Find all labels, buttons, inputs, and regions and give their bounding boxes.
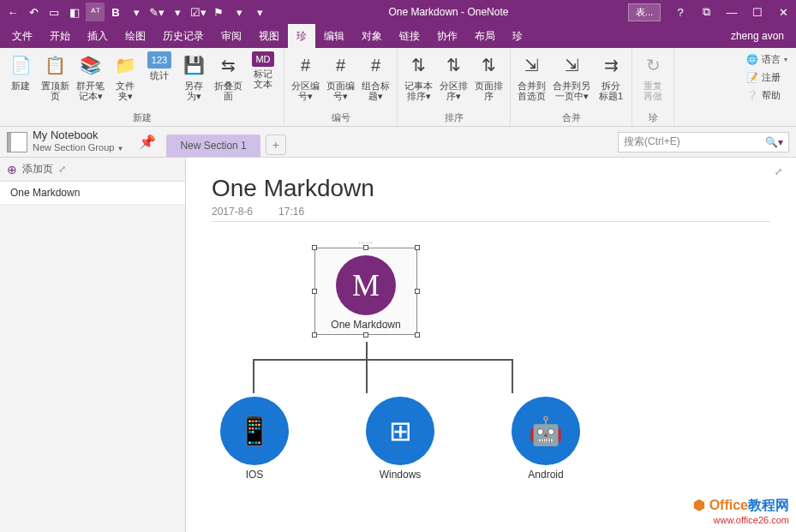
group-title-button[interactable]: #组合标 题▾ bbox=[358, 50, 393, 110]
redo-icon: ↻ bbox=[639, 51, 667, 79]
diagram-children: 📱 IOS ⊞ Windows 🤖 Android bbox=[212, 393, 589, 481]
watermark-url: www.office26.com bbox=[693, 515, 789, 525]
child-node-windows[interactable]: ⊞ Windows bbox=[357, 393, 443, 481]
ribbon-collapse-icon[interactable]: ⧉ bbox=[693, 0, 719, 24]
resize-handle[interactable] bbox=[312, 289, 317, 294]
merge-first-button[interactable]: ⇲合并到 首选页 bbox=[514, 50, 549, 110]
help-button[interactable]: ❔帮助 bbox=[745, 87, 789, 104]
menu-link[interactable]: 链接 bbox=[391, 24, 428, 48]
resize-handle[interactable] bbox=[415, 289, 420, 294]
split-title-button[interactable]: ⇉拆分 标题1 bbox=[594, 50, 628, 110]
connector-line bbox=[366, 359, 368, 393]
menu-insert[interactable]: 插入 bbox=[79, 24, 117, 48]
page-time[interactable]: 17:16 bbox=[278, 206, 304, 218]
section-number-button[interactable]: #分区编 号▾ bbox=[288, 50, 323, 110]
menu-edit[interactable]: 编辑 bbox=[315, 24, 353, 48]
bold-icon[interactable]: B bbox=[106, 3, 125, 21]
dock-icon[interactable]: ◧ bbox=[65, 3, 84, 21]
menu-zhen2[interactable]: 珍 bbox=[504, 24, 531, 48]
pin-top-button[interactable]: 📋置顶新 页 bbox=[38, 50, 73, 110]
menu-file[interactable]: 文件 bbox=[3, 24, 41, 48]
dropdown2-icon[interactable]: ▾ bbox=[168, 3, 187, 21]
main-area: ⊕ 添加页 ⤢ One Markdown ⤢ One Markdown 2017… bbox=[0, 158, 796, 532]
register-button[interactable]: 📝注册 bbox=[745, 69, 789, 86]
merge-one-button[interactable]: ⇲合并到另 一页中▾ bbox=[549, 50, 594, 110]
menu-bar: 文件 开始 插入 绘图 历史记录 审阅 视图 珍 编辑 对象 链接 协作 布局 … bbox=[0, 24, 796, 48]
menu-view[interactable]: 视图 bbox=[250, 24, 288, 48]
open-notebook-button[interactable]: 📚群开笔 记本▾ bbox=[73, 50, 108, 110]
notebook-sort-button[interactable]: ⇅记事本 排序▾ bbox=[401, 50, 436, 110]
new-button[interactable]: 📄新建 bbox=[3, 50, 38, 110]
diagram-root-node[interactable]: ⋯⋯ M One Markdown bbox=[314, 248, 417, 335]
page-number-button[interactable]: #页面编 号▾ bbox=[323, 50, 358, 110]
menu-review[interactable]: 审阅 bbox=[212, 24, 250, 48]
menu-layout[interactable]: 布局 bbox=[466, 24, 504, 48]
search-input[interactable]: 搜索(Ctrl+E) 🔍▾ bbox=[618, 132, 789, 152]
close-icon[interactable]: ✕ bbox=[770, 0, 796, 24]
highlighter-icon[interactable]: ✎▾ bbox=[147, 3, 166, 21]
page-icon[interactable]: ▭ bbox=[45, 3, 63, 21]
user-name[interactable]: zheng avon bbox=[731, 30, 793, 42]
add-page-button[interactable]: ⊕ 添加页 ⤢ bbox=[0, 158, 185, 182]
page-sort-button[interactable]: ⇅页面排 序 bbox=[471, 50, 506, 110]
dropdown-icon[interactable]: ▾ bbox=[127, 3, 146, 21]
undo-icon[interactable]: ↶ bbox=[24, 3, 43, 21]
maximize-icon[interactable]: ☐ bbox=[745, 0, 770, 24]
stats-button[interactable]: 123统计 bbox=[142, 50, 177, 110]
back-icon[interactable]: ← bbox=[3, 3, 22, 21]
sort-page-icon: ⇅ bbox=[476, 51, 503, 79]
help-icon[interactable]: ? bbox=[667, 0, 693, 24]
child-label: IOS bbox=[212, 469, 297, 481]
resize-handle[interactable] bbox=[363, 245, 368, 250]
section-tab[interactable]: New Section 1 bbox=[166, 134, 260, 157]
folder-button[interactable]: 📁文件 夹▾ bbox=[108, 50, 142, 110]
save-as-button[interactable]: 💾另存 为▾ bbox=[177, 50, 211, 110]
page-title[interactable]: One Markdown bbox=[212, 175, 770, 202]
sort-sec-icon: ⇅ bbox=[440, 51, 468, 79]
checkbox-icon[interactable]: ☑▾ bbox=[189, 3, 207, 21]
page-list-item[interactable]: One Markdown bbox=[0, 182, 185, 205]
child-node-android[interactable]: 🤖 Android bbox=[503, 393, 589, 481]
more-icon[interactable]: ▾ bbox=[230, 3, 248, 21]
resize-handle[interactable] bbox=[312, 332, 317, 338]
resize-handle[interactable] bbox=[363, 332, 368, 338]
page-date[interactable]: 2017-8-6 bbox=[212, 206, 253, 218]
notebook-selector[interactable]: My Notebook New Section Group ▼ bbox=[0, 129, 130, 155]
root-circle-icon: M bbox=[336, 255, 396, 315]
menu-collab[interactable]: 协作 bbox=[428, 24, 466, 48]
resize-handle[interactable] bbox=[415, 332, 420, 338]
text-select-icon[interactable]: ᴬᵀ bbox=[86, 3, 105, 21]
section-tabs: New Section 1 + bbox=[166, 127, 285, 157]
menu-zhen[interactable]: 珍 bbox=[288, 24, 315, 48]
stats-icon: 123 bbox=[147, 51, 171, 69]
selection-frame[interactable]: M One Markdown bbox=[314, 248, 417, 335]
child-node-ios[interactable]: 📱 IOS bbox=[212, 393, 297, 481]
watermark: ⬢ Office教程网 www.office26.com bbox=[693, 497, 789, 525]
menu-object[interactable]: 对象 bbox=[353, 24, 391, 48]
register-icon: 📝 bbox=[746, 72, 758, 83]
connector-line bbox=[253, 359, 512, 361]
tablet-mode-badge[interactable]: 表... bbox=[628, 3, 661, 21]
resize-handle[interactable] bbox=[312, 245, 317, 250]
section-sort-button[interactable]: ⇅分区排 序▾ bbox=[436, 50, 471, 110]
language-button[interactable]: 🌐语言▾ bbox=[745, 51, 789, 68]
add-section-button[interactable]: + bbox=[266, 134, 286, 155]
notebook-thumb-icon bbox=[7, 132, 27, 152]
collapse-page-button[interactable]: ⇆折叠页 面 bbox=[211, 50, 246, 110]
menu-draw[interactable]: 绘图 bbox=[117, 24, 154, 48]
menu-home[interactable]: 开始 bbox=[41, 24, 79, 48]
page-hash-icon: # bbox=[327, 51, 355, 79]
ribbon-group-sort: ⇅记事本 排序▾ ⇅分区排 序▾ ⇅页面排 序 排序 bbox=[398, 48, 511, 126]
resize-handle[interactable] bbox=[415, 245, 420, 250]
pin-icon[interactable]: 📌 bbox=[139, 134, 156, 150]
flag-icon[interactable]: ⚑ bbox=[209, 3, 228, 21]
merge-first-icon: ⇲ bbox=[518, 51, 546, 79]
minimize-icon[interactable]: — bbox=[719, 0, 745, 24]
page-canvas[interactable]: ⤢ One Markdown 2017-8-6 17:16 ⋯⋯ M One M… bbox=[186, 158, 796, 532]
customize-icon[interactable]: ▾ bbox=[250, 3, 269, 21]
redo-button[interactable]: ↻重复 再做 bbox=[636, 50, 670, 110]
menu-history[interactable]: 历史记录 bbox=[154, 24, 212, 48]
fullscreen-icon[interactable]: ⤢ bbox=[775, 166, 782, 177]
expand-sidebar-icon[interactable]: ⤢ bbox=[58, 164, 66, 175]
mark-text-button[interactable]: MD标记 文本 bbox=[246, 50, 280, 110]
